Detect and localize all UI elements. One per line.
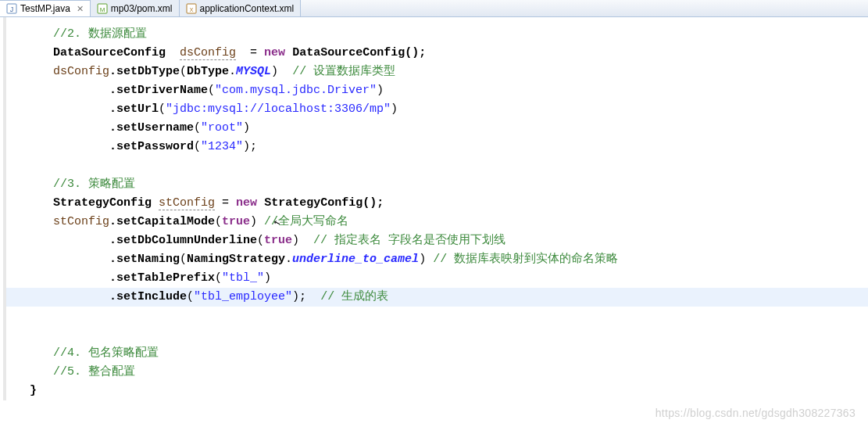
enum-constant: MYSQL	[236, 65, 271, 78]
method: .setTablePrefix	[109, 271, 215, 285]
comment: // 数据库表映射到实体的命名策略	[433, 253, 618, 266]
keyword-new: new	[236, 196, 257, 210]
tab-pom-xml[interactable]: M mp03/pom.xml	[91, 0, 180, 16]
tab-appcontext-xml[interactable]: X applicationContext.xml	[180, 0, 302, 16]
comment: //5. 整合配置	[53, 365, 135, 379]
comment: //4. 包名策略配置	[53, 346, 159, 360]
comment: // 设置数据库类型	[292, 65, 395, 78]
string-literal: "1234"	[201, 140, 243, 153]
method: .setPassword	[109, 140, 194, 153]
variable: stConfig	[53, 215, 109, 228]
close-icon[interactable]: ✕	[77, 4, 84, 14]
type-name: NamingStrategy	[187, 253, 285, 266]
keyword-true: true	[222, 215, 250, 228]
comment: // 生成的表	[320, 290, 388, 303]
tab-label: applicationContext.xml	[200, 3, 295, 14]
method: .setUrl	[109, 102, 159, 116]
comment: //2. 数据源配置	[53, 27, 147, 41]
svg-text:J: J	[10, 5, 14, 13]
watermark-text: https://blog.csdn.net/gdsgdh308227363	[655, 407, 855, 419]
variable: dsConfig	[180, 46, 236, 60]
xml-file-icon: X	[186, 3, 197, 14]
method: .setCapitalMode	[109, 215, 215, 228]
svg-text:X: X	[189, 7, 193, 13]
method: .setDbType	[109, 65, 180, 78]
java-file-icon: J	[6, 3, 17, 14]
operator: =	[222, 196, 229, 210]
string-literal: "root"	[201, 121, 243, 135]
type-name: StrategyConfig	[53, 196, 152, 210]
closing-brace: }	[30, 384, 37, 397]
string-literal: "tbl_employee"	[194, 290, 292, 303]
variable: stConfig	[159, 196, 215, 210]
string-literal: "jdbc:mysql://localhost:3306/mp"	[166, 102, 391, 116]
tab-label: mp03/pom.xml	[111, 3, 173, 14]
svg-text:M: M	[99, 6, 105, 13]
maven-file-icon: M	[97, 3, 108, 14]
method: .setInclude	[109, 290, 187, 303]
constructor: StrategyConfig();	[264, 196, 384, 210]
operator: =	[250, 46, 257, 59]
code-editor[interactable]: //2. 数据源配置 DataSourceConfig dsConfig = n…	[3, 17, 868, 400]
enum-constant: underline_to_camel	[292, 253, 419, 266]
variable: dsConfig	[53, 65, 109, 78]
tab-testmp-java[interactable]: J TestMP.java ✕	[0, 0, 91, 16]
method: .setNaming	[109, 253, 180, 266]
type-name: DataSourceConfig	[53, 46, 166, 59]
comment: //3. 策略配置	[53, 178, 135, 191]
keyword-new: new	[264, 46, 285, 59]
keyword-true: true	[264, 234, 292, 247]
method: .setDriverName	[109, 84, 208, 97]
method: .setDbColumnUnderline	[109, 234, 257, 247]
editor-tab-bar: J TestMP.java ✕ M mp03/pom.xml X applica…	[0, 0, 868, 17]
method: .setUsername	[109, 121, 194, 135]
comment: // 指定表名 字段名是否使用下划线	[313, 234, 505, 247]
type-name: DbType	[187, 65, 229, 78]
string-literal: "tbl_"	[222, 271, 264, 285]
constructor: DataSourceConfig();	[292, 46, 426, 59]
comment: //全局大写命名	[264, 215, 348, 228]
tab-label: TestMP.java	[20, 3, 70, 14]
string-literal: "com.mysql.jdbc.Driver"	[215, 84, 377, 97]
